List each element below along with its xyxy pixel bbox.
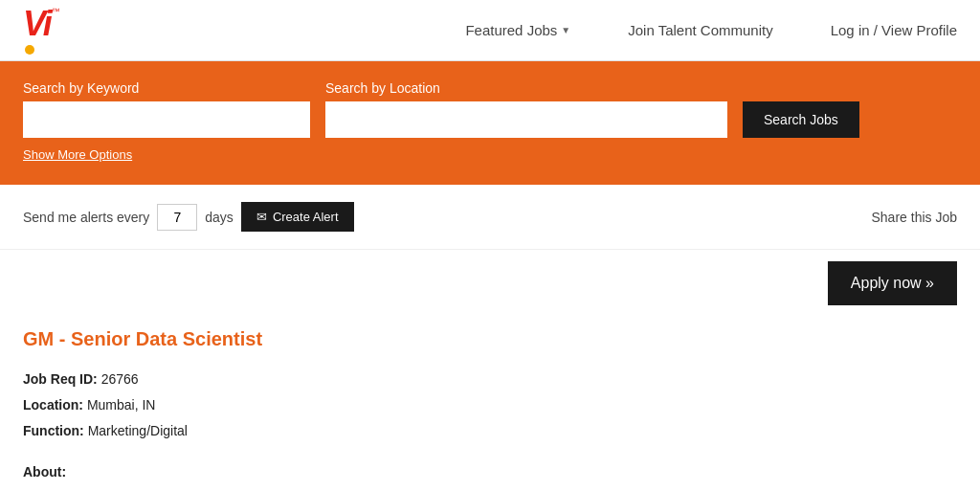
header: Vi ™ Featured Jobs ▼ Join Talent Communi…: [0, 0, 980, 61]
job-title: GM - Senior Data Scientist: [23, 328, 957, 350]
send-me-alerts-text: Send me alerts every: [23, 210, 149, 225]
alert-left: Send me alerts every days ✉ Create Alert: [23, 202, 354, 232]
search-fields: Search by Keyword Search by Location Sea…: [23, 80, 957, 138]
apply-section: Apply now »: [0, 250, 980, 313]
logo-dot: [25, 45, 34, 55]
location-label: Search by Location: [325, 80, 727, 96]
nav-login[interactable]: Log in / View Profile: [831, 22, 957, 38]
show-more-options[interactable]: Show More Options: [23, 147, 957, 162]
chevron-down-icon: ▼: [561, 25, 570, 35]
keyword-label: Search by Keyword: [23, 80, 310, 96]
nav-featured-jobs[interactable]: Featured Jobs ▼: [465, 22, 570, 38]
about-label: About:: [23, 464, 957, 480]
search-jobs-button[interactable]: Search Jobs: [743, 101, 859, 138]
alert-bar: Send me alerts every days ✉ Create Alert…: [0, 185, 980, 250]
location-input[interactable]: [325, 101, 727, 138]
logo-vi: Vi: [23, 7, 51, 41]
search-bar: Search by Keyword Search by Location Sea…: [0, 61, 980, 185]
job-req-id: Job Req ID: 26766: [23, 369, 957, 390]
days-label: days: [205, 210, 234, 225]
apply-now-button[interactable]: Apply now »: [828, 261, 957, 305]
keyword-input[interactable]: [23, 101, 310, 138]
job-location: Location: Mumbai, IN: [23, 395, 957, 415]
nav-join-talent[interactable]: Join Talent Community: [628, 22, 772, 38]
job-meta: Job Req ID: 26766 Location: Mumbai, IN F…: [23, 369, 957, 441]
keyword-field: Search by Keyword: [23, 80, 310, 138]
job-detail: GM - Senior Data Scientist Job Req ID: 2…: [0, 313, 980, 491]
share-job[interactable]: Share this Job: [872, 210, 958, 225]
location-field: Search by Location: [325, 80, 727, 138]
about-section: About: Vodafone Idea Limited is an Adity…: [23, 464, 957, 491]
envelope-icon: ✉: [256, 210, 267, 224]
logo-tm: ™: [52, 7, 60, 16]
main-nav: Featured Jobs ▼ Join Talent Community Lo…: [465, 22, 957, 38]
alert-days-input[interactable]: [157, 204, 197, 231]
job-function: Function: Marketing/Digital: [23, 421, 957, 441]
about-text: Vodafone Idea Limited is an Aditya Birla…: [23, 487, 957, 491]
create-alert-button[interactable]: ✉ Create Alert: [241, 202, 354, 232]
logo-container: Vi ™: [23, 7, 60, 55]
